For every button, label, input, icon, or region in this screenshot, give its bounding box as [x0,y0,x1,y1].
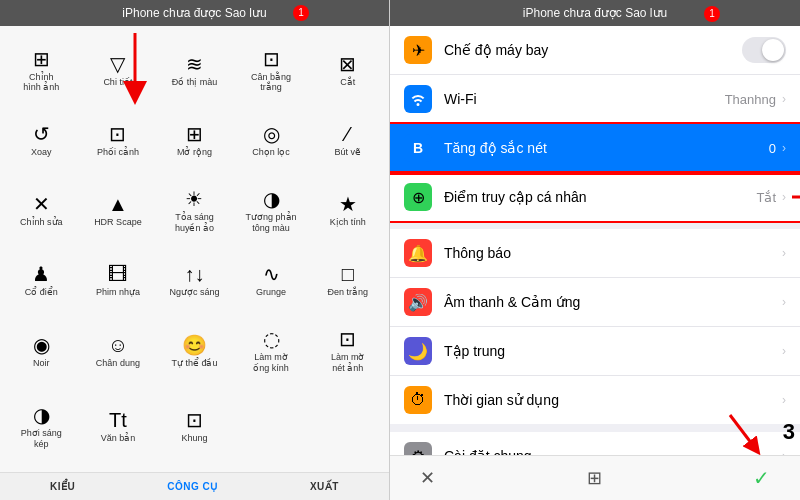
hotspot-chevron: › [782,190,786,204]
classic-icon: ♟ [32,264,50,284]
double-exposure-icon: ◑ [33,405,50,425]
hotspot-value: Tắt [756,190,776,205]
tool-double-exposure[interactable]: ◑ Phơi sángkép [4,390,79,464]
contrast-icon: ◑ [263,189,280,209]
confirm-button[interactable]: ✓ [753,466,770,490]
glamour-label: Tỏa sánghuyền ảo [175,212,214,234]
tool-text[interactable]: Tt Văn bản [81,390,156,464]
perspective-icon: ⊡ [109,124,126,144]
tool-bw[interactable]: □ Đen trắng [310,250,385,313]
tool-hdr[interactable]: ▲ HDR Scape [81,174,156,248]
notification-icon: 🔔 [404,239,432,267]
brush-icon: ∕ [346,124,349,144]
adjust-label: Chỉnhhình ảnh [23,72,59,94]
sharpen-label: Tăng độ sắc nét [444,140,769,156]
wifi-icon [404,85,432,113]
cancel-button[interactable]: ✕ [420,467,435,489]
airplane-label: Chế độ máy bay [444,42,742,58]
tool-adjust[interactable]: ⊞ Chỉnhhình ảnh [4,34,79,108]
left-panel: iPhone chưa được Sao lưu 1 ⊞ Chỉnhhình ả… [0,0,390,500]
tab-kieu[interactable]: KIỂU [50,481,75,492]
frame-label: Khung [181,433,207,444]
tab-xuat[interactable]: XUẤT [310,481,339,492]
adjust-icon: ⊞ [33,49,50,69]
tool-frame[interactable]: ⊡ Khung [157,390,232,464]
settings-item-airplane[interactable]: ✈ Chế độ máy bay [390,26,800,75]
tool-perspective[interactable]: ⊡ Phối cảnh [81,110,156,173]
noir-icon: ◉ [33,335,50,355]
tool-classic[interactable]: ♟ Cổ điển [4,250,79,313]
tool-crop[interactable]: ⊠ Cắt [310,34,385,108]
tool-expand[interactable]: ⊞ Mở rộng [157,110,232,173]
sound-icon: 🔊 [404,288,432,316]
edit-icon: ✕ [33,194,50,214]
tool-rotate[interactable]: ↺ Xoay [4,110,79,173]
wifi-label: Wi-Fi [444,91,725,107]
wifi-value: Thanhng [725,92,776,107]
tab-congcu[interactable]: CÔNG CỤ [167,481,218,492]
settings-item-wifi[interactable]: Wi-Fi Thanhng › [390,75,800,124]
hdr-label: HDR Scape [94,217,142,228]
left-top-bar-text: iPhone chưa được Sao lưu [122,6,266,20]
tool-tone[interactable]: ≋ Đồ thị màu [157,34,232,108]
rotate-label: Xoay [31,147,52,158]
selective-icon: ◎ [263,124,280,144]
focus-icon: 🌙 [404,337,432,365]
focus-chevron: › [782,344,786,358]
film-label: Phim nhựa [96,287,140,298]
rotate-icon: ↺ [33,124,50,144]
backlit-icon: ↑↓ [184,264,204,284]
tool-grunge[interactable]: ∿ Grunge [234,250,309,313]
backlit-label: Ngược sáng [169,287,219,298]
focus-label: Tập trung [444,343,782,359]
airplane-toggle[interactable] [742,37,786,63]
crop-label: Cắt [340,77,355,88]
tool-detail[interactable]: ▽ Chi tiết [81,34,156,108]
tool-noir[interactable]: ◉ Noir [4,315,79,389]
tool-drama[interactable]: ★ Kịch tính [310,174,385,248]
lens-blur-icon: ◌ [263,329,280,349]
settings-item-hotspot[interactable]: ⊕ Điểm truy cập cá nhân Tắt › 2 [390,173,800,221]
settings-item-focus[interactable]: 🌙 Tập trung › [390,327,800,376]
screen-time-icon: ⏱ [404,386,432,414]
wb-icon: ⊡ [263,49,280,69]
hotspot-label: Điểm truy cập cá nhân [444,189,756,205]
settings-item-sound[interactable]: 🔊 Âm thanh & Cảm ứng › [390,278,800,327]
tool-film[interactable]: 🎞 Phim nhựa [81,250,156,313]
wifi-chevron: › [782,92,786,106]
tool-backlit[interactable]: ↑↓ Ngược sáng [157,250,232,313]
blur-net-icon: ⊡ [339,329,356,349]
settings-item-notification[interactable]: 🔔 Thông báo › [390,229,800,278]
step-3-badge: 3 [783,419,795,445]
lens-blur-label: Làm mờống kính [253,352,289,374]
tool-contrast[interactable]: ◑ Tương phảntông màu [234,174,309,248]
tool-selfie[interactable]: 😊 Tự thể đầu [157,315,232,389]
selfie-label: Tự thể đầu [171,358,217,369]
text-icon: Tt [109,410,127,430]
portrait-icon: ☺ [108,335,128,355]
right-notification-badge: 1 [704,6,720,22]
tool-selective[interactable]: ◎ Chọn lọc [234,110,309,173]
sharpen-value: 0 [769,141,776,156]
svg-line-2 [730,415,755,448]
tool-lens-blur[interactable]: ◌ Làm mờống kính [234,315,309,389]
settings-item-sharpen[interactable]: B Tăng độ sắc nét 0 › 1 [390,124,800,173]
perspective-label: Phối cảnh [97,147,139,158]
tool-glamour[interactable]: ☀ Tỏa sánghuyền ảo [157,174,232,248]
notification-label: Thông báo [444,245,782,261]
bluetooth-icon: B [404,134,432,162]
general-icon: ⚙ [404,442,432,455]
tool-blur-net[interactable]: ⊡ Làm mờnét ảnh [310,315,385,389]
filter-button[interactable]: ⊞ [587,467,602,489]
tool-brush[interactable]: ∕ Bút vẽ [310,110,385,173]
notification-chevron: › [782,246,786,260]
settings-section-1: ✈ Chế độ máy bay Wi-Fi Thanhng › B Tăng … [390,26,800,221]
tool-edit[interactable]: ✕ Chỉnh sửa [4,174,79,248]
expand-icon: ⊞ [186,124,203,144]
step-2-arrow [790,187,800,207]
tool-wb[interactable]: ⊡ Cân bằngtrắng [234,34,309,108]
selfie-icon: 😊 [182,335,207,355]
tool-portrait[interactable]: ☺ Chân dung [81,315,156,389]
right-top-bar-text: iPhone chưa được Sao lưu [523,6,667,20]
blur-net-label: Làm mờnét ảnh [331,352,365,374]
